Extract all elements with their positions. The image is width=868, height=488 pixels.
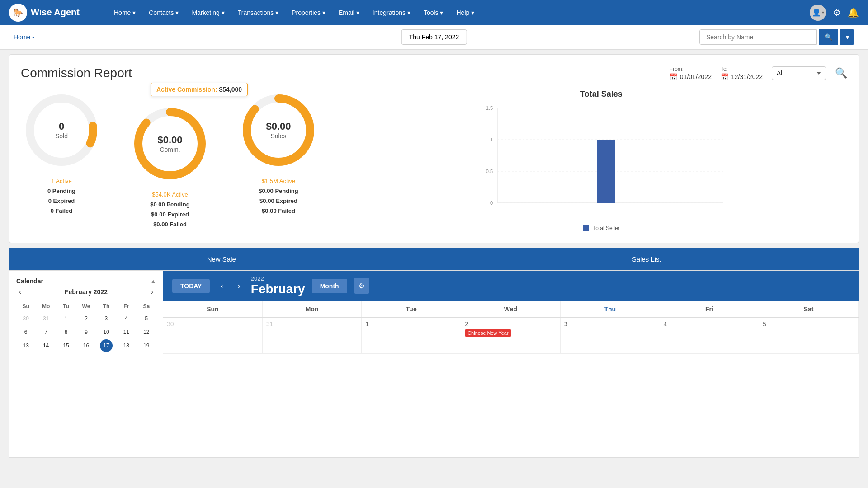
comm-pending: $0.00 Pending (150, 201, 189, 208)
mini-cal-header: Calendar ▲ (16, 277, 156, 285)
mini-cal-day[interactable]: 14 (40, 339, 52, 352)
cell-number: 30 (167, 320, 259, 328)
comm-stats: $54.0K Active $0.00 Pending $0.00 Expire… (150, 190, 189, 230)
nav-properties[interactable]: Properties ▾ (286, 5, 331, 20)
search-area: 🔍 ▾ (699, 29, 854, 45)
mini-cal-collapse-button[interactable]: ▲ (151, 278, 156, 284)
main-cal-days-header: Sun Mon Tue Wed Thu Fri Sat (163, 301, 859, 318)
month-view-button[interactable]: Month (312, 279, 347, 293)
sold-donut: 0 Sold (21, 89, 102, 171)
agent-filter-select[interactable]: All (772, 66, 826, 80)
to-date[interactable]: 12/31/2022 (731, 73, 763, 80)
sold-donut-wrapper: 0 Sold 1 Active 0 Pending 0 Expired 0 Fa… (21, 89, 102, 216)
main-cal-cell[interactable]: 5 (759, 318, 859, 354)
avatar-icon: 👤 (812, 8, 821, 17)
brand[interactable]: 🐎 Wise Agent (9, 4, 99, 22)
nav-email[interactable]: Email ▾ (333, 5, 365, 20)
mini-cal-day[interactable]: 11 (120, 326, 132, 338)
nav-tools[interactable]: Tools ▾ (418, 5, 449, 20)
comm-failed: $0.00 Failed (153, 221, 187, 228)
mini-cal-day[interactable]: 9 (80, 326, 92, 338)
main-calendar: TODAY ‹ › 2022 February Month ⚙ Sun Mon … (163, 270, 859, 458)
search-dropdown-button[interactable]: ▾ (840, 29, 854, 45)
mini-cal-day[interactable]: 8 (60, 326, 72, 338)
brand-name: Wise Agent (31, 7, 80, 18)
mini-cal-day[interactable]: 19 (140, 339, 153, 352)
main-cal-cell[interactable]: 1 (362, 318, 461, 354)
sold-pending: 0 Pending (47, 188, 75, 194)
mini-cal-day[interactable]: 4 (120, 312, 132, 325)
sold-failed: 0 Failed (51, 207, 72, 214)
nav-help[interactable]: Help ▾ (451, 5, 480, 20)
mini-cal-day[interactable]: 3 (100, 312, 113, 325)
action-bar: New Sale Sales List (9, 248, 859, 270)
main-cal-cell[interactable]: 30 (163, 318, 263, 354)
from-filter: From: 📅 01/01/2022 (670, 66, 712, 80)
mini-cal-day[interactable]: 2 (80, 312, 92, 325)
mini-cal-title: Calendar (16, 277, 43, 285)
to-cal-icon: 📅 (721, 73, 728, 80)
cal-next-button[interactable]: › (234, 279, 244, 293)
main-col-header-tue: Tue (362, 301, 461, 317)
nav-marketing[interactable]: Marketing ▾ (186, 5, 230, 20)
main-col-header-thu: Thu (561, 301, 660, 317)
from-date[interactable]: 01/01/2022 (680, 73, 712, 80)
search-button[interactable]: 🔍 (819, 29, 838, 45)
comm-expired: $0.00 Expired (151, 211, 189, 218)
sales-list-button[interactable]: Sales List (434, 249, 859, 269)
nav-contacts[interactable]: Contacts ▾ (143, 5, 184, 20)
main-cal-cell[interactable]: 2 Chinese New Year (461, 318, 561, 354)
nav-integrations[interactable]: Integrations ▾ (367, 5, 416, 20)
mini-cal-prev-button[interactable]: ‹ (16, 287, 24, 297)
mini-cal-day[interactable]: 16 (80, 339, 92, 352)
mini-cal-day[interactable]: 7 (40, 326, 52, 338)
today-button[interactable]: TODAY (172, 279, 210, 293)
bell-icon[interactable]: 🔔 (848, 7, 859, 18)
mini-cal-day[interactable]: 10 (100, 326, 113, 338)
date-button[interactable]: Thu Feb 17, 2022 (401, 29, 467, 45)
mini-cal-day[interactable]: 5 (140, 312, 153, 325)
sales-donut-center: $0.00 Sales (266, 121, 291, 140)
breadcrumb-home[interactable]: Home - (14, 33, 34, 41)
search-input[interactable] (699, 29, 817, 45)
mini-cal-day[interactable]: 18 (120, 339, 132, 352)
sales-stats: $1.5M Active $0.00 Pending $0.00 Expired… (259, 176, 298, 216)
nav-transactions[interactable]: Transactions ▾ (232, 5, 284, 20)
main-cal-cell[interactable]: 31 (263, 318, 362, 354)
sales-donut: $0.00 Sales (238, 89, 319, 171)
new-sale-button[interactable]: New Sale (9, 249, 434, 269)
cell-number: 3 (564, 320, 656, 328)
report-search-button[interactable]: 🔍 (835, 67, 847, 79)
navbar: 🐎 Wise Agent Home ▾ Contacts ▾ Marketing… (0, 0, 868, 25)
mini-cal-day[interactable]: 30 (19, 312, 32, 325)
mini-cal-day[interactable]: 13 (19, 339, 32, 352)
nav-home[interactable]: Home ▾ (108, 5, 141, 20)
mini-day-header-su: Su (16, 301, 35, 311)
mini-day-header-mo: Mo (36, 301, 55, 311)
sales-active: $1.5M Active (262, 178, 295, 184)
mini-cal-next-button[interactable]: › (148, 287, 156, 297)
chart-legend: Total Seller (355, 225, 847, 231)
mini-cal-today[interactable]: 17 (100, 339, 113, 352)
mini-cal-day[interactable]: 6 (19, 326, 32, 338)
mini-cal-day[interactable]: 12 (140, 326, 153, 338)
event-badge-chinese-new-year[interactable]: Chinese New Year (465, 329, 511, 337)
mini-cal-day[interactable]: 1 (60, 312, 72, 325)
comm-donut: $0.00 Comm. (129, 103, 211, 184)
sales-pending: $0.00 Pending (259, 188, 298, 194)
main-cal-cell[interactable]: 3 (561, 318, 660, 354)
cell-number: 5 (763, 320, 854, 328)
avatar[interactable]: 👤 ▾ (810, 5, 826, 21)
logo-icon: 🐎 (9, 4, 27, 22)
calendar-settings-button[interactable]: ⚙ (354, 278, 369, 294)
cal-prev-button[interactable]: ‹ (217, 279, 227, 293)
sales-expired: $0.00 Expired (259, 197, 297, 204)
cell-number: 4 (664, 320, 755, 328)
main-cal-title-group: 2022 February (251, 275, 305, 296)
main-cal-cell[interactable]: 4 (660, 318, 760, 354)
settings-icon[interactable]: ⚙ (833, 7, 841, 18)
mini-cal-day[interactable]: 15 (60, 339, 72, 352)
mini-cal-day[interactable]: 31 (40, 312, 52, 325)
tooltip-label: Active Commission: (156, 86, 217, 93)
sold-stats: 1 Active 0 Pending 0 Expired 0 Failed (47, 176, 75, 216)
